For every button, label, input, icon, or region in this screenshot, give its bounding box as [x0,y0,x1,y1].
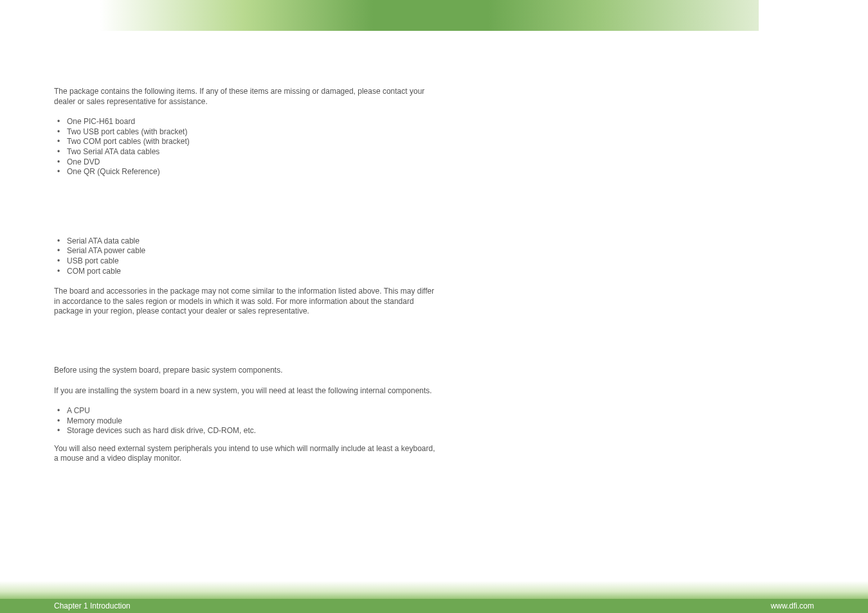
footer-bar: Chapter 1 Introduction www.dfi.com [0,599,868,613]
before-paragraph-1: Before using the system board, prepare b… [54,366,440,376]
footer-gradient [0,581,868,599]
before-paragraph-3: You will also need external system perip… [54,444,440,464]
list-item: USB port cable [54,256,440,267]
list-item: Serial ATA power cable [54,246,440,256]
footer-url: www.dfi.com [771,601,814,610]
before-paragraph-2: If you are installing the system board i… [54,386,440,396]
optional-items-list: Serial ATA data cableSerial ATA power ca… [54,236,440,276]
list-item: COM port cable [54,267,440,277]
footer-chapter-label: Chapter 1 Introduction [54,601,131,610]
header-dark-block [373,0,489,31]
header-bar [51,0,759,31]
list-item: One PIC-H61 board [54,117,440,127]
main-content: The package contains the following items… [54,87,440,474]
internal-components-list: A CPUMemory moduleStorage devices such a… [54,406,440,436]
list-item: Memory module [54,416,440,427]
list-item: A CPU [54,406,440,416]
footer: Chapter 1 Introduction www.dfi.com [0,581,868,613]
list-item: One DVD [54,157,440,168]
intro-paragraph: The package contains the following items… [54,87,440,107]
list-item: One QR (Quick Reference) [54,167,440,177]
list-item: Two Serial ATA data cables [54,147,440,157]
list-item: Serial ATA data cable [54,236,440,247]
optional-note-paragraph: The board and accessories in the package… [54,287,440,317]
list-item: Two COM port cables (with bracket) [54,137,440,147]
header-gradient-left [51,0,373,31]
list-item: Two USB port cables (with bracket) [54,127,440,138]
header-gradient-right [489,0,759,31]
list-item: Storage devices such as hard disk drive,… [54,426,440,436]
package-items-list: One PIC-H61 boardTwo USB port cables (wi… [54,117,440,177]
